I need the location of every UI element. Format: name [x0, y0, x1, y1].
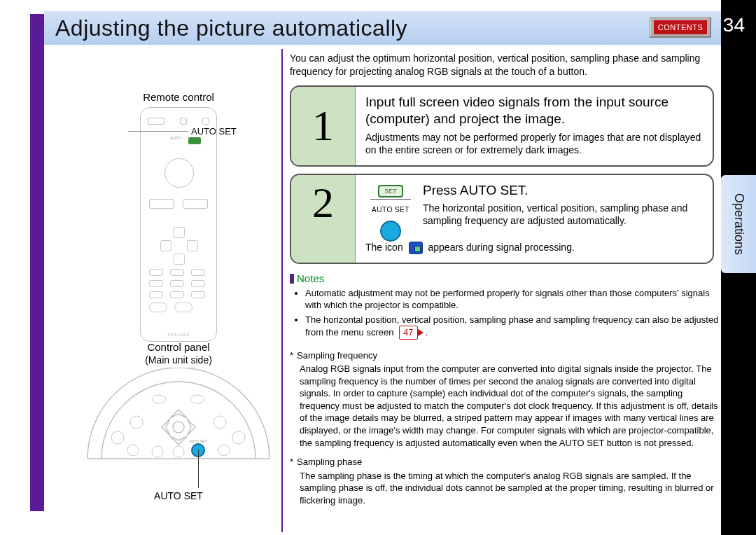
svg-point-13 [152, 446, 163, 457]
right-column: You can adjust the optimum horizontal po… [290, 52, 721, 513]
notes-accent-bar [290, 274, 294, 284]
notes-heading-text: Notes [297, 272, 324, 284]
notes-heading: Notes [290, 272, 721, 284]
note-item: Automatic adjustment may not be performe… [305, 287, 721, 312]
section-tab-operations[interactable]: Operations [721, 175, 756, 273]
contents-button[interactable]: CONTENTS [650, 17, 711, 38]
control-panel-label: Control panel [91, 341, 266, 353]
remote-auto-tiny-label: AUTO [170, 136, 182, 140]
remote-control-label: Remote control [91, 91, 266, 103]
callout-line [128, 131, 188, 132]
icon-line-prefix: The icon [365, 242, 403, 253]
step-1-text: Adjustments may not be performed properl… [365, 131, 703, 156]
intro-text: You can adjust the optimum horizontal po… [290, 52, 721, 78]
svg-marker-8 [170, 436, 187, 445]
remote-set-button-icon [188, 137, 201, 144]
control-panel-illustration: AUTO SET [74, 368, 284, 473]
note-item-text: The horizontal position, vertical positi… [305, 314, 718, 338]
remote-illustration: AUTO TOSHIBA [140, 107, 217, 342]
svg-point-5 [152, 395, 166, 403]
step-2: 2 SET AUTO SET Press AUTO SET. The horiz… [290, 174, 714, 264]
step-1: 1 Input full screen video signals from t… [290, 85, 714, 167]
left-column: Remote control AUTO TOSHIBA [91, 91, 266, 342]
processing-icon [409, 242, 423, 254]
notes-list: Automatic adjustment may not be performe… [295, 287, 721, 340]
left-accent-stripe [30, 14, 44, 511]
svg-point-6 [190, 395, 204, 403]
page-title: Adjusting the picture automatically [55, 15, 407, 41]
page-number: 34 [723, 14, 745, 36]
panel-callout-line [198, 450, 199, 488]
step-1-title: Input full screen video signals from the… [365, 94, 703, 128]
svg-point-4 [232, 431, 245, 444]
set-chip: SET [378, 185, 403, 197]
section-tab-label: Operations [732, 193, 746, 255]
definition-body: The sampling phase is the timing at whic… [300, 470, 721, 507]
contents-label: CONTENTS [654, 20, 707, 34]
svg-point-11 [173, 422, 184, 433]
autoset-button-diagram: SET AUTO SET [365, 183, 416, 242]
step-2-text: The horizontal position, vertical positi… [365, 202, 703, 227]
definition-sampling-frequency: *Sampling frequency Analog RGB signals i… [290, 349, 721, 449]
definitions: *Sampling frequency Analog RGB signals i… [290, 349, 721, 507]
step-number: 1 [291, 87, 356, 165]
autoset-callout-label: AUTO SET [191, 126, 237, 137]
main-unit-side-label: (Main unit side) [91, 354, 266, 366]
svg-point-12 [173, 446, 184, 457]
page-ref-link[interactable]: 47 [399, 326, 417, 340]
processing-icon-line: The icon appears during signal processin… [365, 242, 703, 254]
manual-page: Operations Adjusting the picture automat… [0, 0, 756, 535]
note-item: The horizontal position, vertical positi… [305, 314, 721, 340]
panel-autoset-label: AUTO SET [91, 490, 266, 501]
svg-marker-9 [162, 419, 170, 436]
autoset-tiny-label: AUTO SET [372, 206, 410, 214]
svg-text:AUTO SET: AUTO SET [190, 439, 207, 443]
period: . [426, 327, 428, 338]
svg-point-15 [218, 445, 230, 456]
svg-point-2 [130, 416, 143, 429]
definition-term: Sampling frequency [297, 350, 377, 361]
svg-point-14 [127, 445, 139, 456]
svg-marker-10 [187, 419, 195, 436]
autoset-button-icon [380, 221, 401, 242]
definition-term: Sampling phase [297, 457, 362, 467]
definition-sampling-phase: *Sampling phase The sampling phase is th… [290, 456, 721, 506]
remote-brand-label: TOSHIBA [141, 333, 216, 337]
icon-line-suffix: appears during signal processing. [428, 242, 574, 253]
page-header: Adjusting the picture automatically [44, 11, 721, 45]
svg-point-3 [214, 416, 226, 429]
step-2-title: Press AUTO SET. [365, 182, 703, 200]
definition-body: Analog RGB signals input from the comput… [300, 363, 721, 449]
step-number: 2 [291, 175, 356, 263]
svg-point-1 [111, 431, 124, 444]
svg-marker-7 [170, 410, 187, 418]
